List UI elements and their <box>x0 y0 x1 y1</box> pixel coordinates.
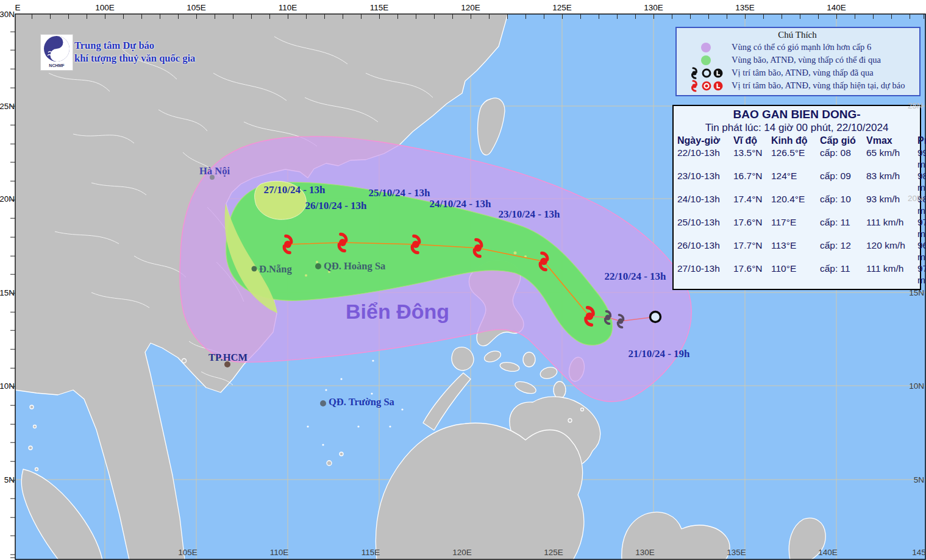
cone-area-swatch <box>680 42 732 53</box>
svg-text:125E: 125E <box>544 548 563 557</box>
cell: 994 mb <box>917 147 926 170</box>
svg-text:5N: 5N <box>914 475 924 484</box>
track-date-label: 23/10/24 - 13h <box>498 208 560 221</box>
svg-text:105E: 105E <box>178 548 198 557</box>
svg-text:100E: 100E <box>95 3 115 12</box>
danang-dot <box>252 266 257 272</box>
mindoro-island <box>452 347 474 370</box>
cell: cấp: 08 <box>820 147 865 170</box>
cell: 111 km/h <box>866 216 916 239</box>
storm-marker-start-ring <box>650 312 661 322</box>
agency-line2: khí tượng thuỷ văn quốc gia <box>74 52 195 65</box>
legend-row-cone: Vùng có thể có gió mạnh lớn hơn cấp 6 <box>680 41 914 54</box>
cell: cấp: 09 <box>820 170 865 193</box>
cell: cấp: 11 <box>820 216 865 239</box>
cell: 124°E <box>771 170 819 193</box>
legend-row-corridor: Vùng bão, ATNĐ, vùng thấp có thể đi qua <box>680 54 914 66</box>
agency-name: Trung tâm Dự báo khí tượng thuỷ văn quốc… <box>74 39 195 65</box>
column-header: Pmin <box>917 134 926 147</box>
svg-text:140E: 140E <box>827 3 846 12</box>
cell: 17.4°N <box>733 193 770 216</box>
nchmf-logo-caption: NCHMF <box>49 63 64 68</box>
svg-text:125E: 125E <box>552 3 572 12</box>
cell: 965 mb <box>917 239 926 263</box>
typhoon-icon <box>688 80 700 92</box>
track-date-label: 21/10/24 - 19h <box>628 348 689 360</box>
cell: 970 mb <box>917 216 926 239</box>
city-label-hanoi: Hà Nội <box>199 165 230 177</box>
nchmf-logo: NCHMF <box>40 34 73 71</box>
legend-label: Vị trí tâm bão, ATNĐ, vùng thấp đã qua <box>732 68 874 78</box>
cell: 83 km/h <box>866 170 916 193</box>
city-label-hcm: TP.HCM <box>208 352 248 364</box>
svg-text:120E: 120E <box>452 548 472 557</box>
cell: 17.6°N <box>733 216 770 239</box>
svg-text:145E: 145E <box>912 548 926 557</box>
column-header: Cấp gió <box>820 134 865 147</box>
svg-text:135E: 135E <box>735 3 755 12</box>
column-header: Vĩ độ <box>733 134 770 147</box>
cell: 17.7°N <box>733 239 770 263</box>
track-date-label: 27/10/24 - 13h <box>263 184 325 196</box>
svg-text:10N: 10N <box>909 381 924 391</box>
current-forecast-markers <box>680 80 732 92</box>
cell: 126.5°E <box>771 147 819 170</box>
nchmf-logo-mark <box>43 35 71 63</box>
legend-row-past: Vị trí tâm bão, ATNĐ, vùng thấp đã qua <box>680 66 914 79</box>
svg-text:115E: 115E <box>361 548 380 557</box>
bulletin-title: BAO GAN BIEN DONG- <box>677 107 916 121</box>
svg-text:130E: 130E <box>635 548 655 557</box>
corridor-area-swatch <box>680 55 732 66</box>
cell: 27/10-13h <box>677 263 732 286</box>
cell: 26/10-13h <box>677 239 732 263</box>
cell: 985 mb <box>917 170 926 193</box>
cell: cấp: 10 <box>820 193 865 216</box>
cell: 113°E <box>771 239 819 263</box>
cell: 117°E <box>771 216 819 239</box>
cell: 65 km/h <box>866 147 916 170</box>
legend-label: Vùng có thể có gió mạnh lớn hơn cấp 6 <box>732 42 871 52</box>
cell: 111 km/h <box>866 263 916 286</box>
left-axis-ticks <box>10 14 15 559</box>
column-header: Vmax <box>866 134 916 147</box>
typhoon-icon <box>688 67 700 79</box>
low-pressure-icon <box>713 68 724 79</box>
legend-box: Chú Thích Vùng có thể có gió mạnh lớn hơ… <box>675 27 921 96</box>
legend-title: Chú Thích <box>680 30 914 40</box>
legend-label: Vị trí tâm bão, ATNĐ, vùng thấp hiện tại… <box>732 80 905 91</box>
cell: cấp: 11 <box>820 263 865 286</box>
truongsa-dot <box>320 400 326 406</box>
past-position-markers <box>680 67 732 79</box>
cell: 25/10-13h <box>677 216 732 239</box>
cell: cấp: 12 <box>820 239 865 263</box>
track-date-label: 26/10/24 - 13h <box>305 200 366 212</box>
cell: 120 km/h <box>866 239 916 263</box>
cell: 120.4°E <box>771 193 819 216</box>
right-lat-label-25n: 25N <box>908 101 923 110</box>
city-label-truongsa: QĐ. Trường Sa <box>329 396 394 408</box>
svg-text:110E: 110E <box>279 3 297 12</box>
track-date-label: 24/10/24 - 13h <box>429 198 491 210</box>
bulletin-issued: Tin phát lúc: 14 giờ 00 phút, 22/10/2024 <box>677 121 916 134</box>
sea-name-label: Biển Đông <box>346 300 449 324</box>
city-label-danang: Đ.Nẵng <box>259 263 292 275</box>
cell: 16.7°N <box>733 170 770 193</box>
depression-ring-icon <box>701 68 712 79</box>
city-label-hoangsa: QĐ. Hoàng Sa <box>324 260 385 272</box>
svg-text:140E: 140E <box>818 548 838 557</box>
svg-text:110E: 110E <box>270 548 289 557</box>
bulletin-table: Ngày-giờ Vĩ độ Kinh độ Cấp gió Vmax Pmin… <box>677 134 916 286</box>
column-header: Ngày-giờ <box>677 134 732 147</box>
cell: 24/10-13h <box>677 193 732 216</box>
cell: 17.6°N <box>733 263 770 286</box>
svg-text:E: E <box>15 3 20 12</box>
bulletin-box: BAO GAN BIEN DONG- Tin phát lúc: 14 giờ … <box>672 105 921 290</box>
svg-text:105E: 105E <box>187 3 206 12</box>
svg-text:115E: 115E <box>370 3 389 12</box>
cell: 110°E <box>771 263 819 286</box>
svg-text:120E: 120E <box>461 3 480 12</box>
legend-row-current: Vị trí tâm bão, ATNĐ, vùng thấp hiện tại… <box>680 79 914 92</box>
cell: 23/10-13h <box>677 170 732 193</box>
top-axis-ticks <box>15 14 925 19</box>
column-header: Kinh độ <box>771 134 819 147</box>
